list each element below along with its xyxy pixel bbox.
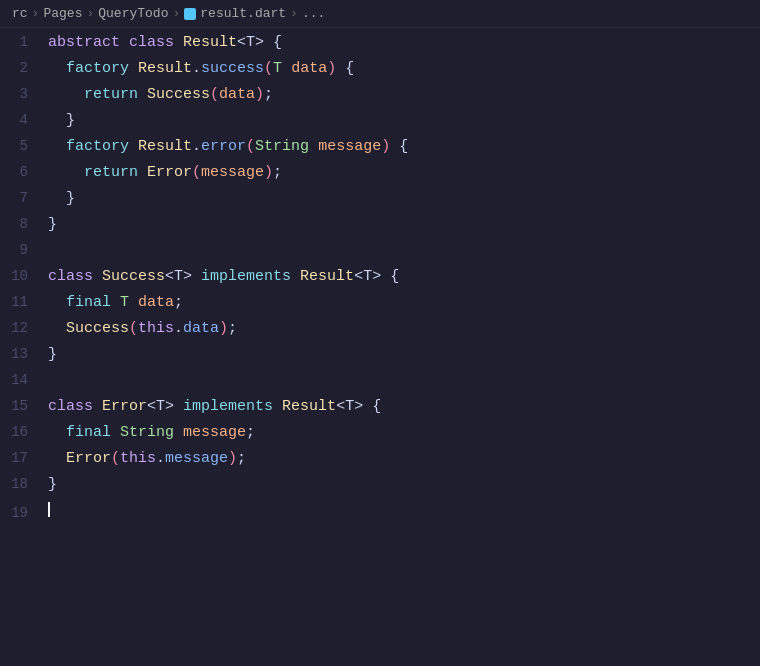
line-number: 9 <box>0 242 48 258</box>
line-content: class Success<T> implements Result<T> { <box>48 268 399 285</box>
line-number: 19 <box>0 505 48 521</box>
line-number: 14 <box>0 372 48 388</box>
line-content: } <box>48 476 57 493</box>
line-number: 4 <box>0 112 48 128</box>
code-line: 12 Success(this.data); <box>0 320 760 346</box>
line-number: 2 <box>0 60 48 76</box>
code-line: 1abstract class Result<T> { <box>0 34 760 60</box>
code-line: 17 Error(this.message); <box>0 450 760 476</box>
line-number: 15 <box>0 398 48 414</box>
breadcrumb-bar: rc › Pages › QueryTodo › result.dart › .… <box>0 0 760 28</box>
line-content: } <box>48 216 57 233</box>
line-content: factory Result.success(T data) { <box>48 60 354 77</box>
code-line: 16 final String message; <box>0 424 760 450</box>
line-number: 12 <box>0 320 48 336</box>
line-content: final String message; <box>48 424 255 441</box>
text-cursor <box>48 502 50 517</box>
code-line: 8} <box>0 216 760 242</box>
code-line: 19 <box>0 502 760 528</box>
code-line: 15class Error<T> implements Result<T> { <box>0 398 760 424</box>
line-content: abstract class Result<T> { <box>48 34 282 51</box>
code-line: 18} <box>0 476 760 502</box>
code-line: 3 return Success(data); <box>0 86 760 112</box>
line-number: 3 <box>0 86 48 102</box>
code-line: 6 return Error(message); <box>0 164 760 190</box>
line-number: 5 <box>0 138 48 154</box>
breadcrumb-sep-1: › <box>32 6 40 21</box>
line-content: Success(this.data); <box>48 320 237 337</box>
breadcrumb-sep-3: › <box>172 6 180 21</box>
line-content: factory Result.error(String message) { <box>48 138 408 155</box>
line-content: } <box>48 112 75 129</box>
line-number: 11 <box>0 294 48 310</box>
line-number: 8 <box>0 216 48 232</box>
code-line: 14 <box>0 372 760 398</box>
code-editor[interactable]: 1abstract class Result<T> {2 factory Res… <box>0 28 760 534</box>
line-content <box>48 502 50 517</box>
breadcrumb-sep-4: › <box>290 6 298 21</box>
line-number: 13 <box>0 346 48 362</box>
code-line: 11 final T data; <box>0 294 760 320</box>
breadcrumb-sep-2: › <box>86 6 94 21</box>
code-line: 10class Success<T> implements Result<T> … <box>0 268 760 294</box>
line-number: 18 <box>0 476 48 492</box>
line-number: 6 <box>0 164 48 180</box>
code-line: 9 <box>0 242 760 268</box>
code-line: 5 factory Result.error(String message) { <box>0 138 760 164</box>
breadcrumb-rc[interactable]: rc <box>12 6 28 21</box>
breadcrumb-ellipsis: ... <box>302 6 325 21</box>
line-content: Error(this.message); <box>48 450 246 467</box>
code-line: 13} <box>0 346 760 372</box>
line-content: } <box>48 190 75 207</box>
line-content: class Error<T> implements Result<T> { <box>48 398 381 415</box>
code-line: 7 } <box>0 190 760 216</box>
code-line: 4 } <box>0 112 760 138</box>
code-line: 2 factory Result.success(T data) { <box>0 60 760 86</box>
breadcrumb-file[interactable]: result.dart <box>184 6 286 21</box>
line-content: return Success(data); <box>48 86 273 103</box>
line-number: 7 <box>0 190 48 206</box>
line-content: return Error(message); <box>48 164 282 181</box>
line-number: 16 <box>0 424 48 440</box>
breadcrumb-pages[interactable]: Pages <box>43 6 82 21</box>
line-number: 1 <box>0 34 48 50</box>
dart-file-icon <box>184 8 196 20</box>
line-content: final T data; <box>48 294 183 311</box>
line-number: 10 <box>0 268 48 284</box>
line-number: 17 <box>0 450 48 466</box>
breadcrumb-querytodo[interactable]: QueryTodo <box>98 6 168 21</box>
line-content: } <box>48 346 57 363</box>
